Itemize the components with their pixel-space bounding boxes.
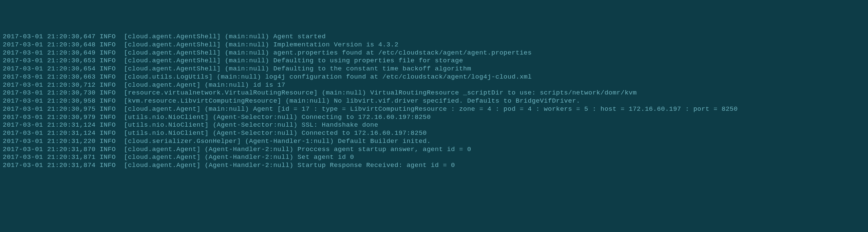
log-line: 2017-03-01 21:20:31,874 INFO [cloud.agen… xyxy=(3,162,865,170)
log-line: 2017-03-01 21:20:30,653 INFO [cloud.agen… xyxy=(3,57,865,65)
log-line: 2017-03-01 21:20:30,979 INFO [utils.nio.… xyxy=(3,113,865,122)
log-line: 2017-03-01 21:20:31,870 INFO [cloud.agen… xyxy=(3,146,865,154)
log-line: 2017-03-01 21:20:30,730 INFO [resource.v… xyxy=(3,89,865,97)
log-line: 2017-03-01 21:20:31,124 INFO [utils.nio.… xyxy=(3,129,865,138)
log-line: 2017-03-01 21:20:31,220 INFO [cloud.seri… xyxy=(3,138,865,146)
log-line: 2017-03-01 21:20:31,871 INFO [cloud.agen… xyxy=(3,153,865,162)
log-line: 2017-03-01 21:20:30,647 INFO [cloud.agen… xyxy=(3,33,865,41)
log-line: 2017-03-01 21:20:30,654 INFO [cloud.agen… xyxy=(3,65,865,73)
terminal-log-output: 2017-03-01 21:20:30,647 INFO [cloud.agen… xyxy=(3,33,865,170)
log-line: 2017-03-01 21:20:30,975 INFO [cloud.agen… xyxy=(3,105,865,113)
log-line: 2017-03-01 21:20:30,712 INFO [cloud.agen… xyxy=(3,81,865,89)
log-line: 2017-03-01 21:20:30,958 INFO [kvm.resour… xyxy=(3,97,865,105)
log-line: 2017-03-01 21:20:30,649 INFO [cloud.agen… xyxy=(3,49,865,57)
log-line: 2017-03-01 21:20:30,648 INFO [cloud.agen… xyxy=(3,41,865,49)
log-line: 2017-03-01 21:20:30,663 INFO [cloud.util… xyxy=(3,73,865,81)
log-line: 2017-03-01 21:20:31,124 INFO [utils.nio.… xyxy=(3,121,865,129)
